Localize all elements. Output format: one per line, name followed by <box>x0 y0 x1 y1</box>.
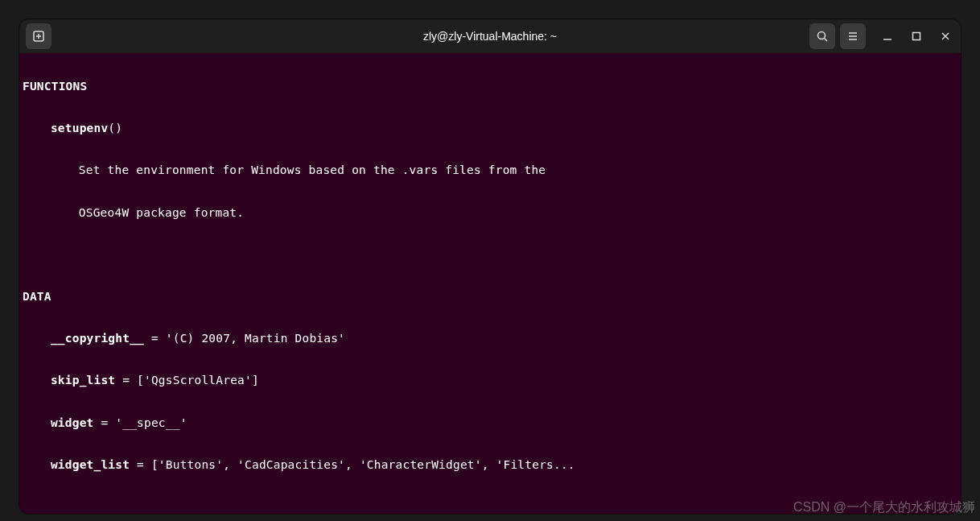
maximize-button[interactable] <box>908 27 925 45</box>
terminal-content[interactable]: FUNCTIONS setupenv() Set the environment… <box>19 53 961 514</box>
titlebar: zly@zly-Virtual-Machine: ~ <box>19 19 961 53</box>
data-key-widgetlist: widget_list <box>51 458 130 471</box>
data-val-widget: = '__spec__' <box>94 416 187 429</box>
section-header-data: DATA <box>23 290 51 303</box>
close-button[interactable] <box>937 27 954 45</box>
window-title: zly@zly-Virtual-Machine: ~ <box>187 30 793 43</box>
function-parens: () <box>108 122 122 134</box>
search-button[interactable] <box>809 23 835 49</box>
svg-point-3 <box>818 32 826 39</box>
titlebar-left <box>26 23 187 49</box>
data-val-copyright: = '(C) 2007, Martin Dobias' <box>144 332 345 345</box>
window-controls <box>879 27 954 45</box>
minimize-button[interactable] <box>879 27 896 45</box>
data-key-widget: widget <box>51 416 94 429</box>
section-header-functions: FUNCTIONS <box>23 80 87 93</box>
function-desc-line1: Set the environment for Windows based on… <box>79 163 546 176</box>
function-name: setupenv <box>51 122 108 134</box>
new-tab-button[interactable] <box>26 23 51 49</box>
data-key-copyright: __copyright__ <box>51 332 144 345</box>
menu-button[interactable] <box>840 23 866 49</box>
function-desc-line2: OSGeo4W package format. <box>79 206 244 219</box>
svg-line-4 <box>825 39 828 42</box>
terminal-window: zly@zly-Virtual-Machine: ~ <box>19 19 961 514</box>
data-val-widgetlist: = ['Buttons', 'CadCapacities', 'Characte… <box>130 458 575 471</box>
data-val-skiplist: = ['QgsScrollArea'] <box>115 374 259 387</box>
data-key-skiplist: skip_list <box>51 374 115 387</box>
svg-rect-9 <box>913 33 920 40</box>
titlebar-right <box>793 23 954 49</box>
